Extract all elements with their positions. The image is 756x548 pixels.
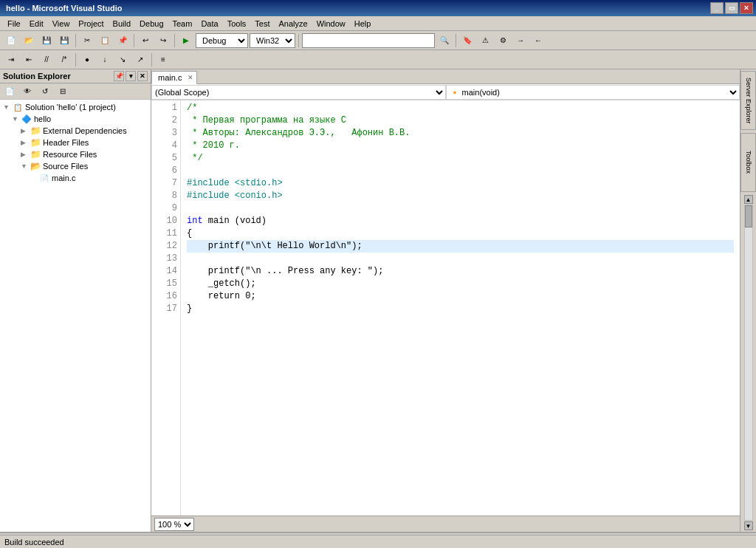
prev-error-btn[interactable]: ← — [530, 33, 546, 48]
menu-data[interactable]: Data — [196, 18, 222, 30]
comment-btn[interactable]: // — [38, 52, 55, 67]
source-files-icon: 📂 — [30, 161, 41, 171]
tree-ext-deps[interactable]: ▶ 📁 External Dependencies — [1, 125, 149, 137]
platform-dropdown[interactable]: Win32 x64 — [250, 33, 295, 48]
step-over-btn[interactable]: ↓ — [97, 52, 113, 67]
new-file-btn[interactable]: 📄 — [3, 33, 19, 48]
config-dropdown[interactable]: Debug Release — [196, 33, 248, 48]
function-dropdown[interactable]: 🔸 main(void) — [446, 85, 740, 100]
sep2 — [134, 34, 134, 47]
save-btn[interactable]: 💾 — [38, 33, 55, 48]
zoom-select[interactable]: 100 % — [154, 518, 194, 531]
window-controls[interactable]: _ ▭ ✕ — [710, 2, 753, 14]
expand-source: ▼ — [21, 162, 30, 170]
toolbar-main: 📄 📂 💾 💾 ✂ 📋 📌 ↩ ↪ ▶ Debug Release Win32 … — [0, 31, 756, 50]
status-message: Build succeeded — [4, 538, 64, 547]
menu-view[interactable]: View — [48, 18, 75, 30]
sep4 — [298, 34, 299, 47]
sep1 — [75, 34, 76, 47]
save-all-btn[interactable]: 💾 — [56, 33, 72, 48]
solution-label: Solution 'hello' (1 project) — [25, 103, 116, 112]
redo-btn[interactable]: ↪ — [155, 33, 171, 48]
tab-main-c-label: main.c — [158, 73, 182, 82]
se-header: Solution Explorer 📌 ▾ ✕ — [0, 69, 151, 83]
tree-main-c[interactable]: 📄 main.c — [1, 172, 149, 184]
header-files-icon: 📁 — [30, 137, 41, 148]
se-dropdown-btn[interactable]: ▾ — [126, 71, 136, 81]
search-btn[interactable]: 🔍 — [436, 33, 453, 48]
paste-btn[interactable]: 📌 — [114, 33, 131, 48]
se-close-btn[interactable]: ✕ — [137, 71, 148, 81]
expand-header: ▶ — [21, 139, 30, 146]
minimize-button[interactable]: _ — [710, 2, 724, 14]
close-button[interactable]: ✕ — [740, 2, 753, 14]
uncomment-btn[interactable]: /* — [56, 52, 72, 67]
error-list-btn[interactable]: ⚠ — [477, 33, 493, 48]
menu-debug[interactable]: Debug — [135, 18, 168, 30]
code-content[interactable]: /* * Первая программа на языке С * Автор… — [181, 100, 740, 516]
indent-btn[interactable]: ⇥ — [3, 52, 19, 67]
step-into-btn[interactable]: ↘ — [114, 52, 131, 67]
scroll-up-btn[interactable]: ▲ — [744, 195, 753, 204]
open-btn[interactable]: 📂 — [21, 33, 37, 48]
menu-build[interactable]: Build — [109, 18, 135, 30]
toolbar-secondary: ⇥ ⇤ // /* ● ↓ ↘ ↗ ≡ — [0, 50, 756, 69]
solution-icon: 📋 — [12, 102, 24, 112]
properties-btn[interactable]: ⚙ — [495, 33, 511, 48]
menu-help[interactable]: Help — [350, 18, 376, 30]
menu-window[interactable]: Window — [312, 18, 350, 30]
toolbox-tab[interactable]: Toolbox — [740, 133, 756, 192]
tree-resource-files[interactable]: ▶ 📁 Resource Files — [1, 148, 149, 160]
start-btn[interactable]: ▶ — [178, 33, 194, 48]
menu-analyze[interactable]: Analyze — [275, 18, 312, 30]
restore-button[interactable]: ▭ — [725, 2, 738, 14]
sep7 — [151, 53, 152, 66]
menu-file[interactable]: File — [3, 18, 25, 30]
menu-test[interactable]: Test — [250, 18, 274, 30]
search-input[interactable] — [302, 33, 435, 48]
bookmark-btn[interactable]: 🔖 — [459, 33, 475, 48]
sep6 — [75, 53, 76, 66]
tree-header-files[interactable]: ▶ 📁 Header Files — [1, 137, 149, 148]
se-pin-btn[interactable]: 📌 — [114, 71, 124, 81]
tree-project[interactable]: ▼ 🔷 hello — [1, 113, 149, 125]
se-title: Solution Explorer — [3, 72, 71, 81]
main-c-icon: 📄 — [38, 173, 50, 183]
source-files-label: Source Files — [43, 162, 88, 171]
sep3 — [174, 34, 175, 47]
code-area[interactable]: 12345 678910 1112131415 1617 /* * Первая… — [151, 100, 740, 516]
menu-edit[interactable]: Edit — [25, 18, 48, 30]
tab-close-icon[interactable]: ✕ — [188, 74, 193, 81]
copy-btn[interactable]: 📋 — [97, 33, 113, 48]
se-prop-pages-btn[interactable]: 📄 — [1, 84, 18, 99]
cut-btn[interactable]: ✂ — [79, 33, 95, 48]
tab-main-c[interactable]: main.c ✕ — [151, 71, 197, 84]
se-collapse-btn[interactable]: ⊟ — [55, 84, 71, 99]
next-error-btn[interactable]: → — [512, 33, 529, 48]
undo-btn[interactable]: ↩ — [137, 33, 154, 48]
tree-source-files[interactable]: ▼ 📂 Source Files — [1, 160, 149, 172]
se-refresh-btn[interactable]: ↺ — [37, 84, 53, 99]
menu-tools[interactable]: Tools — [223, 18, 251, 30]
outdent-btn[interactable]: ⇤ — [21, 52, 37, 67]
scope-dropdown[interactable]: (Global Scope) — [151, 85, 446, 100]
main-content: Solution Explorer 📌 ▾ ✕ 📄 👁 ↺ ⊟ ▼ 📋 Solu… — [0, 69, 756, 532]
format-btn[interactable]: ≡ — [155, 52, 171, 67]
right-panels: Server Explorer Toolbox ▲ ▼ — [740, 69, 756, 532]
menu-project[interactable]: Project — [74, 18, 108, 30]
menu-team[interactable]: Team — [168, 18, 197, 30]
status-bar: Build succeeded — [0, 535, 756, 548]
scroll-down-btn[interactable]: ▼ — [744, 521, 753, 530]
tree-solution[interactable]: ▼ 📋 Solution 'hello' (1 project) — [1, 101, 149, 113]
se-tree: ▼ 📋 Solution 'hello' (1 project) ▼ 🔷 hel… — [0, 100, 151, 532]
server-explorer-tab[interactable]: Server Explorer — [740, 71, 756, 130]
menu-bar: File Edit View Project Build Debug Team … — [0, 16, 756, 31]
ext-deps-icon: 📁 — [30, 126, 41, 136]
step-out-btn[interactable]: ↗ — [132, 52, 148, 67]
solution-explorer: Solution Explorer 📌 ▾ ✕ 📄 👁 ↺ ⊟ ▼ 📋 Solu… — [0, 69, 151, 532]
breakpoint-btn[interactable]: ● — [79, 52, 95, 67]
scroll-thumb[interactable] — [745, 205, 752, 227]
app-title: hello - Microsoft Visual Studio — [3, 4, 122, 13]
expand-project: ▼ — [12, 115, 21, 123]
se-show-all-btn[interactable]: 👁 — [19, 84, 35, 99]
